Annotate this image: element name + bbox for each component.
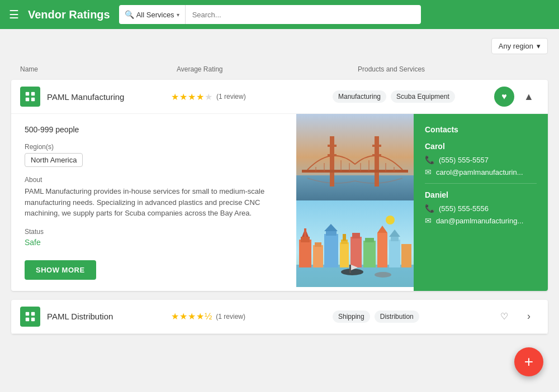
service-select[interactable]: 🔍 All Services ▾ — [119, 5, 186, 24]
vendor-rating-manufacturing: ★★★★★ (1 review) — [171, 92, 326, 102]
phone-icon-daniel: 📞 — [425, 204, 434, 213]
svg-rect-12 — [302, 170, 408, 173]
vendor-card-paml-distribution: PAML Distribution ★★★★½ (1 review) Shipp… — [11, 300, 548, 334]
size-value: 500-999 people — [25, 125, 283, 134]
carol-phone-row: 📞 (555) 555-5557 — [425, 155, 537, 164]
vendor-actions-manufacturing: ♥ ▲ — [494, 87, 539, 107]
grid-icon — [24, 90, 36, 103]
search-bar: 🔍 All Services ▾ — [119, 5, 421, 24]
favorite-button-distribution[interactable]: ♡ — [494, 307, 514, 327]
vendor-logo-distribution — [20, 307, 40, 327]
contact-carol-name: Carol — [425, 142, 537, 151]
size-row: 500-999 people — [25, 125, 283, 134]
contacts-title: Contacts — [425, 125, 537, 134]
stars-distribution: ★★★★½ — [171, 311, 212, 322]
vendor-logo-manufacturing — [20, 87, 40, 107]
svg-point-49 — [375, 272, 391, 278]
collapse-button-manufacturing[interactable]: ▲ — [519, 87, 539, 107]
service-label: All Services — [136, 11, 174, 19]
region-filter-row: Any region ▾ — [11, 38, 548, 54]
header-name: Name — [20, 65, 177, 73]
svg-rect-38 — [365, 238, 374, 242]
menu-icon[interactable]: ☰ — [9, 8, 19, 21]
daniel-phone-row: 📞 (555) 555-5556 — [425, 204, 537, 213]
carol-email: carol@pamlmanufacturin... — [436, 168, 523, 176]
show-more-button[interactable]: SHOW MORE — [25, 260, 96, 280]
vendor-name-manufacturing: PAML Manufacturing — [47, 92, 164, 102]
status-row: Status Safe — [25, 228, 283, 247]
svg-rect-36 — [352, 233, 360, 238]
svg-rect-41 — [389, 240, 400, 267]
about-row: About PAML Manufacturing provides in-hou… — [25, 176, 283, 219]
region-dropdown-arrow: ▾ — [537, 42, 541, 50]
svg-rect-52 — [26, 317, 29, 321]
svg-rect-35 — [350, 237, 362, 267]
svg-rect-7 — [375, 136, 379, 187]
svg-rect-47 — [349, 265, 351, 273]
svg-rect-37 — [363, 241, 376, 267]
status-value: Safe — [25, 238, 283, 247]
region-row: Region(s) North America — [25, 143, 283, 167]
daniel-email: dan@pamlmanufacturing... — [436, 217, 523, 225]
contact-daniel: Daniel 📞 (555) 555-5556 ✉ dan@pamlmanufa… — [425, 190, 537, 225]
status-label: Status — [25, 228, 283, 236]
tag-shipping: Shipping — [333, 310, 370, 323]
main-content: Any region ▾ Name Average Rating Product… — [0, 29, 559, 343]
svg-rect-53 — [31, 317, 35, 321]
tag-distribution: Distribution — [375, 310, 419, 323]
svg-rect-5 — [296, 175, 414, 200]
svg-rect-24 — [301, 237, 310, 242]
app-title: Vendor Ratings — [28, 8, 110, 21]
svg-rect-34 — [343, 234, 346, 241]
vendor-tags-distribution: Shipping Distribution — [333, 310, 487, 323]
expand-button-distribution[interactable]: › — [519, 307, 539, 327]
daniel-email-row: ✉ dan@pamlmanufacturing... — [425, 216, 537, 225]
stars-manufacturing: ★★★★★ — [171, 92, 213, 102]
vendor-card-paml-manufacturing: PAML Manufacturing ★★★★★ (1 review) Manu… — [11, 80, 548, 291]
carol-email-row: ✉ carol@pamlmanufacturin... — [425, 168, 537, 176]
header-products: Products and Services — [358, 65, 539, 73]
svg-rect-50 — [26, 312, 29, 315]
contact-divider — [425, 183, 537, 184]
fab-add-button[interactable]: + — [514, 347, 543, 376]
service-dropdown-arrow: ▾ — [177, 12, 179, 18]
svg-rect-2 — [26, 98, 29, 101]
about-label: About — [25, 176, 283, 184]
svg-rect-6 — [330, 136, 334, 187]
svg-rect-1 — [31, 92, 35, 95]
topbar: ☰ Vendor Ratings 🔍 All Services ▾ — [0, 0, 559, 29]
contact-daniel-name: Daniel — [425, 190, 537, 199]
vendor-contacts-panel: Contacts Carol 📞 (555) 555-5557 ✉ carol@… — [414, 114, 548, 291]
vendor-row-distribution: PAML Distribution ★★★★½ (1 review) Shipp… — [11, 300, 548, 334]
daniel-phone: (555) 555-5556 — [439, 204, 489, 213]
about-text: PAML Manufacturing provides in-house ser… — [25, 186, 283, 219]
header-rating: Average Rating — [177, 65, 358, 73]
svg-rect-23 — [299, 240, 311, 267]
vendor-tags-manufacturing: Manufacturing Scuba Equipment — [333, 90, 487, 103]
svg-rect-9 — [372, 145, 381, 147]
search-icon: 🔍 — [125, 10, 134, 19]
vendor-expanded-manufacturing: 500-999 people Region(s) North America A… — [11, 114, 548, 291]
vendor-details-manufacturing: 500-999 people Region(s) North America A… — [11, 114, 296, 291]
review-count-distribution: (1 review) — [216, 313, 245, 321]
svg-rect-26 — [304, 228, 306, 237]
svg-point-45 — [386, 216, 395, 224]
svg-rect-27 — [313, 245, 323, 267]
carol-phone: (555) 555-5557 — [439, 156, 489, 164]
vendor-name-distribution: PAML Distribution — [47, 312, 164, 321]
tag-manufacturing: Manufacturing — [333, 90, 386, 103]
svg-rect-44 — [401, 244, 411, 267]
email-icon-daniel: ✉ — [425, 216, 432, 225]
vendor-actions-distribution: ♡ › — [494, 307, 539, 327]
svg-rect-32 — [340, 242, 349, 267]
vendor-rating-distribution: ★★★★½ (1 review) — [171, 311, 326, 322]
tag-scuba: Scuba Equipment — [391, 90, 455, 103]
svg-rect-3 — [31, 98, 35, 101]
search-input[interactable] — [186, 11, 421, 19]
svg-rect-39 — [377, 233, 387, 267]
region-select[interactable]: Any region ▾ — [491, 38, 548, 54]
svg-rect-0 — [26, 92, 29, 95]
vendor-row-manufacturing: PAML Manufacturing ★★★★★ (1 review) Manu… — [11, 80, 548, 114]
svg-rect-42 — [391, 237, 399, 241]
favorite-button-manufacturing[interactable]: ♥ — [494, 87, 514, 107]
